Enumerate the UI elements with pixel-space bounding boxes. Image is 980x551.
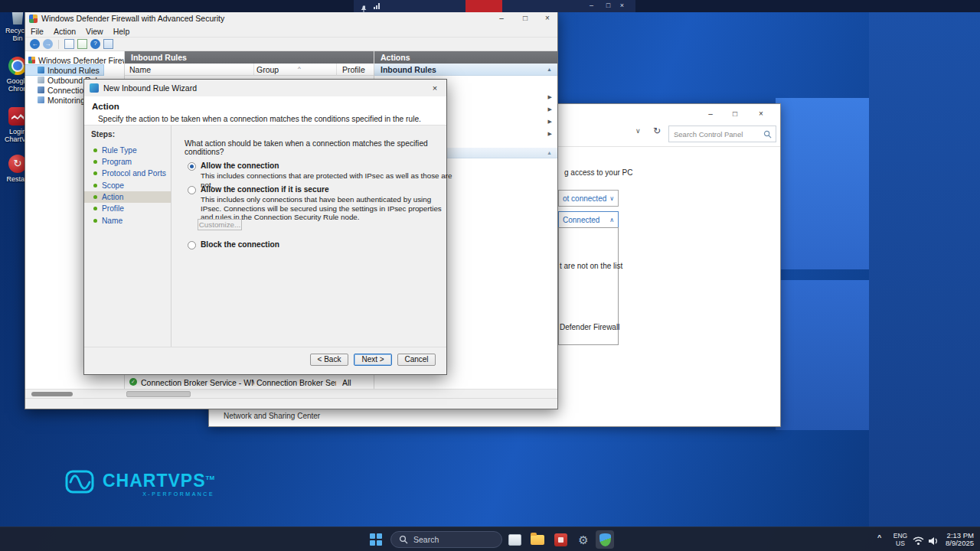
export-list-button[interactable] (77, 39, 87, 49)
wizard-titlebar: New Inbound Rule Wizard × (84, 80, 446, 96)
language-indicator[interactable]: ENG US (891, 532, 910, 547)
column-divider[interactable] (336, 64, 337, 76)
taskbar-app-settings[interactable]: ⚙ (574, 530, 593, 549)
folder-icon (531, 535, 544, 545)
radio-block-connection[interactable] (188, 241, 196, 249)
menu-action[interactable]: Action (54, 27, 76, 36)
cancel-button[interactable]: Cancel (397, 354, 436, 366)
network-icon[interactable] (913, 535, 924, 549)
show-console-tree-button[interactable] (64, 39, 74, 49)
console-toolbar: ← → ? (25, 37, 557, 51)
step-bullet-icon (93, 148, 97, 152)
actions-panel-header: Actions (374, 51, 557, 64)
buttons-divider (84, 347, 446, 347)
cp-close-button[interactable]: × (750, 107, 773, 121)
console-titlebar: Windows Defender Firewall with Advanced … (25, 11, 557, 25)
list-hscrollbar-thumb[interactable] (126, 391, 191, 397)
tray-overflow-chevron[interactable]: ^ (877, 533, 881, 541)
next-button[interactable]: Next > (354, 354, 392, 366)
tree-item-label: Inbound Rules (47, 66, 100, 75)
network-sharing-center-link[interactable]: Network and Sharing Center (224, 412, 320, 420)
column-group[interactable]: Group (256, 65, 279, 74)
step-bullet-icon (93, 195, 97, 199)
show-action-pane-button[interactable] (103, 39, 113, 49)
column-profile[interactable]: Profile (342, 65, 365, 74)
outbound-rules-icon (38, 77, 44, 83)
cp-maximize-button[interactable]: □ (724, 107, 746, 121)
tree-item-root[interactable]: Windows Defender Firewall wit (25, 55, 124, 65)
taskbar-app-window[interactable] (505, 530, 524, 549)
shield-icon (599, 533, 611, 546)
control-panel-search-input[interactable] (674, 130, 761, 139)
taskbar-search[interactable]: Search (390, 531, 502, 548)
back-button[interactable]: ← (30, 39, 40, 49)
help-button[interactable]: ? (90, 39, 100, 49)
wizard-step-rule-type[interactable]: Rule Type (84, 145, 171, 156)
menu-view[interactable]: View (86, 27, 103, 36)
radio-allow-if-secure[interactable] (188, 186, 196, 194)
column-divider[interactable] (253, 64, 254, 76)
tree-item-inbound-rules[interactable]: Inbound Rules (25, 65, 103, 75)
wizard-step-profile[interactable]: Profile (84, 203, 171, 214)
steps-label: Steps: (91, 130, 115, 139)
collapse-icon[interactable]: ▲ (547, 148, 552, 158)
wizard-step-program[interactable]: Program (84, 156, 171, 168)
taskbar-app-red[interactable] (551, 530, 570, 549)
bg-accent-panel-2 (776, 280, 869, 430)
menu-help[interactable]: Help (113, 27, 130, 36)
connection-dropdown-expanded[interactable]: Connected ∧ (558, 211, 619, 228)
column-name[interactable]: Name (129, 65, 151, 74)
wizard-step-scope[interactable]: Scope (84, 180, 171, 191)
language-line1: ENG (891, 532, 910, 540)
step-label: Protocol and Ports (102, 169, 166, 178)
wizard-step-name[interactable]: Name (84, 215, 171, 227)
back-button[interactable]: < Back (310, 354, 348, 366)
tree-item-label: Monitoring (47, 96, 85, 105)
monitoring-icon (38, 96, 44, 103)
logo-tagline: X-PERFORMANCE (103, 491, 214, 497)
option-label[interactable]: Allow the connection if it is secure (201, 185, 329, 194)
control-panel-search-box[interactable] (668, 126, 776, 142)
gear-icon: ⚙ (578, 534, 588, 546)
option-label[interactable]: Allow the connection (201, 161, 279, 170)
rule-row[interactable]: ✓ Connection Broker Service - WMI (DCO..… (125, 378, 374, 389)
rdp-minimize-button[interactable]: – (585, 0, 598, 12)
rule-group: Connection Broker Service (256, 378, 336, 387)
tree-hscrollbar-thumb[interactable] (31, 392, 73, 396)
refresh-icon[interactable]: ↻ (653, 126, 661, 136)
rdp-close-button[interactable]: × (616, 0, 629, 12)
pin-icon[interactable] (360, 2, 368, 16)
customize-button[interactable]: Customize... (198, 219, 242, 230)
console-minimize-button[interactable]: – (493, 12, 510, 24)
actions-group-inbound-rules[interactable]: Inbound Rules ▲ (374, 64, 557, 76)
start-button[interactable] (370, 533, 382, 546)
radio-allow-connection[interactable] (188, 162, 196, 171)
forward-button[interactable]: → (43, 39, 53, 49)
bg-accent-column (869, 12, 980, 527)
collapse-icon[interactable]: ▲ (547, 64, 552, 76)
connection-dropdown-collapsed[interactable]: ot connected ∨ (558, 190, 619, 207)
clock[interactable]: 2:13 PM 8/9/2025 (934, 532, 974, 547)
horizontal-scrollbar-band (25, 389, 557, 398)
cp-minimize-button[interactable]: – (699, 107, 722, 121)
wizard-close-button[interactable]: × (428, 82, 442, 94)
connection-security-icon (38, 86, 44, 93)
wizard-step-protocol-and-ports[interactable]: Protocol and Ports (84, 168, 171, 179)
step-bullet-icon (93, 160, 97, 164)
step-label: Scope (102, 181, 124, 190)
taskbar-app-file-explorer[interactable] (528, 530, 547, 549)
taskbar: Search ⚙ ^ ENG US 2:13 PM 8/9/2025 (0, 527, 980, 551)
new-inbound-rule-wizard-dialog: New Inbound Rule Wizard × Action Specify… (83, 79, 447, 375)
console-maximize-button[interactable]: □ (517, 12, 534, 24)
steps-divider (171, 126, 172, 347)
console-close-button[interactable]: × (539, 12, 556, 24)
wizard-title: New Inbound Rule Wizard (103, 83, 197, 93)
menu-file[interactable]: File (31, 27, 44, 36)
rdp-pill: – □ × (354, 0, 635, 12)
wizard-step-action[interactable]: Action (84, 191, 171, 203)
taskbar-app-security[interactable] (596, 530, 614, 549)
option-label[interactable]: Block the connection (201, 240, 279, 249)
rdp-restore-button[interactable]: □ (602, 0, 615, 12)
step-label: Profile (102, 204, 124, 213)
address-dropdown-icon[interactable]: ∨ (635, 127, 641, 135)
